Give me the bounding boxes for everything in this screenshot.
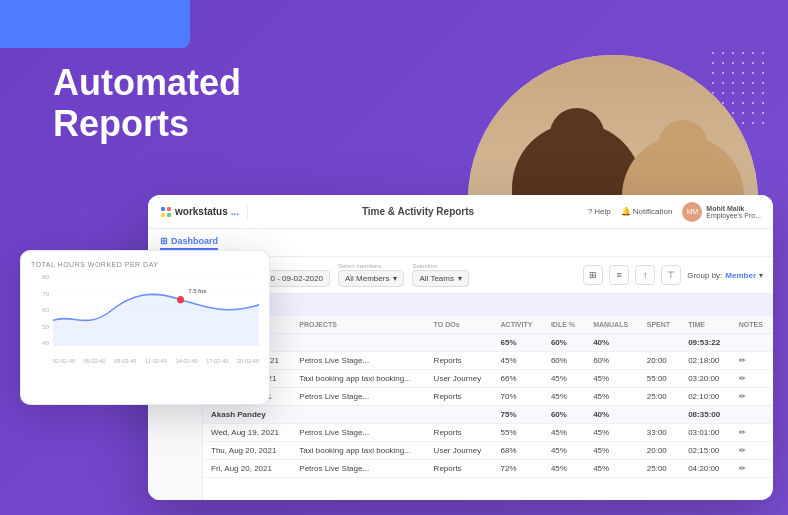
cell-spent: 20:00: [639, 442, 680, 460]
members-filter-label: Select members: [338, 263, 404, 269]
x-label: 02-02-40: [53, 358, 75, 364]
avatar: MM: [682, 202, 702, 222]
cell-idle: 45%: [543, 442, 585, 460]
cell-spent: 20:00: [639, 352, 680, 370]
col-projects: PROJECTS: [291, 316, 425, 334]
cell-time: 03:01:00: [680, 424, 731, 442]
x-label: 08-02-40: [114, 358, 136, 364]
col-idle: IDLE %: [543, 316, 585, 334]
members-filter[interactable]: All Members ▾: [338, 270, 404, 287]
chart-title: TOTAL HOURS WORKED PER DAY: [31, 261, 259, 268]
cell-spent: 25:00: [639, 388, 680, 406]
table-row: Fri, Aug 20, 2021 Petros Live Stage... R…: [203, 460, 773, 478]
user-role: Employee's Pro...: [706, 212, 761, 219]
y-label: 50: [31, 324, 49, 330]
cell-manuals: 45%: [585, 424, 639, 442]
cell-idle: 45%: [543, 388, 585, 406]
cell-time: 02:10:00: [680, 388, 731, 406]
table-row: Fri, Aug 21, 2021 Petros Live Stage... R…: [203, 388, 773, 406]
cell-spent: 25:00: [639, 460, 680, 478]
table-scroll: ue Coders DATE PROJECTS TO DOs ACTIVITY …: [203, 294, 773, 478]
cell-spent: [639, 334, 680, 352]
help-icon: ?: [588, 207, 592, 216]
cell-spent: [639, 406, 680, 424]
chart-plot: 7.5 hrs: [53, 274, 259, 346]
user-menu[interactable]: MM Mohit Malik Employee's Pro...: [682, 202, 761, 222]
chart-area: 80 70 60 50 40 7.5 hrs: [31, 274, 259, 364]
edit-btn[interactable]: ✏: [731, 370, 773, 388]
grid-view-btn[interactable]: ⊞: [583, 265, 603, 285]
svg-rect-3: [167, 213, 171, 217]
bell-icon: 🔔: [621, 207, 631, 216]
filters-bar: Select members 📅 10-02-2020 - 09-02-2020…: [203, 257, 773, 294]
cell-task: Reports: [426, 352, 493, 370]
cell-activity: 75%: [493, 406, 543, 424]
notification-link[interactable]: 🔔 Notification: [621, 207, 673, 216]
heading-line1: Automated: [53, 62, 241, 103]
svg-rect-1: [167, 207, 171, 211]
chevron-down-icon: ▾: [393, 274, 397, 283]
svg-rect-0: [161, 207, 165, 211]
edit-btn[interactable]: ✏: [731, 352, 773, 370]
x-label: 17-02-40: [206, 358, 228, 364]
cell-todos: [426, 334, 493, 352]
table-row: Rohit Malik 65% 60% 40% 09:53:22: [203, 334, 773, 352]
edit-btn[interactable]: ✏: [731, 442, 773, 460]
list-view-btn[interactable]: ≡: [609, 265, 629, 285]
table-header-row: DATE PROJECTS TO DOs ACTIVITY IDLE % MAN…: [203, 316, 773, 334]
chart-card: TOTAL HOURS WORKED PER DAY 80 70 60 50 4…: [20, 250, 270, 405]
help-link[interactable]: ? Help: [588, 207, 611, 216]
cell-project: Taxi booking app taxi booking...: [291, 370, 425, 388]
main-content: Select members 📅 10-02-2020 - 09-02-2020…: [203, 257, 773, 500]
filter-btn[interactable]: ⊤: [661, 265, 681, 285]
logo-icon: [160, 206, 172, 218]
x-label: 11-02-40: [145, 358, 167, 364]
cell-notes: [731, 406, 773, 424]
cell-activity: 66%: [493, 370, 543, 388]
cell-todos: [426, 406, 493, 424]
cell-time: 02:18:00: [680, 352, 731, 370]
cell-manuals: 40%: [585, 334, 639, 352]
cell-idle: 45%: [543, 460, 585, 478]
cell-activity: 55%: [493, 424, 543, 442]
cell-spent: 55:00: [639, 370, 680, 388]
chart-svg: 7.5 hrs: [53, 274, 259, 346]
cell-task: User Journey: [426, 370, 493, 388]
teams-filter[interactable]: All Teams ▾: [412, 270, 469, 287]
cell-task: Reports: [426, 424, 493, 442]
cell-idle: 60%: [543, 352, 585, 370]
cell-activity: 70%: [493, 388, 543, 406]
edit-btn[interactable]: ✏: [731, 388, 773, 406]
teams-filter-label: Selection: [412, 263, 469, 269]
col-spent: SPENT: [639, 316, 680, 334]
group-by-label: Group by:: [687, 271, 722, 280]
col-notes: NOTES: [731, 316, 773, 334]
cell-project: Petros Live Stage...: [291, 460, 425, 478]
cell-date: Wed, Aug 19, 2021: [203, 424, 291, 442]
cell-notes: [731, 334, 773, 352]
cell-spent: 33:00: [639, 424, 680, 442]
cell-manuals: 45%: [585, 442, 639, 460]
table-row: Thu, Aug 20, 2021 Taxi booking app taxi …: [203, 442, 773, 460]
page-heading: Automated Reports: [53, 62, 241, 145]
edit-btn[interactable]: ✏: [731, 460, 773, 478]
cell-manuals: 40%: [585, 406, 639, 424]
members-value: All Members: [345, 274, 389, 283]
cell-time: 08:35:00: [680, 406, 731, 424]
x-label: 14-02-40: [176, 358, 198, 364]
cell-time: 03:20:00: [680, 370, 731, 388]
edit-btn[interactable]: ✏: [731, 424, 773, 442]
export-btn[interactable]: ↑: [635, 265, 655, 285]
col-time: TIME: [680, 316, 731, 334]
cell-activity: 68%: [493, 442, 543, 460]
group-by-chevron: ▾: [759, 271, 763, 280]
group-by[interactable]: Group by: Member ▾: [687, 271, 763, 280]
cell-idle: 60%: [543, 406, 585, 424]
cell-manuals: 45%: [585, 460, 639, 478]
col-activity: ACTIVITY: [493, 316, 543, 334]
cell-time: 09:53:22: [680, 334, 731, 352]
dashboard-tab[interactable]: ⊞ Dashboard: [160, 236, 218, 250]
nav-title: Time & Activity Reports: [362, 206, 474, 217]
heading-line2: Reports: [53, 103, 189, 144]
logo-text: workstatus: [175, 206, 228, 217]
